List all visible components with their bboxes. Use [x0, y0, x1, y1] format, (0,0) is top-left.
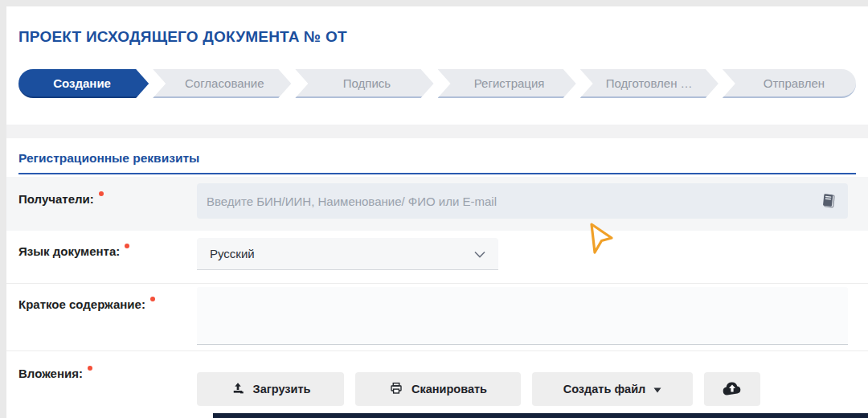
label-text: Вложения:: [18, 367, 83, 380]
section-divider-band: [6, 125, 868, 138]
printer-icon: [389, 381, 403, 398]
recipients-box: [197, 183, 848, 219]
step-label: Отправлен: [764, 76, 825, 90]
cloud-upload-icon: [722, 380, 743, 399]
required-dot: [99, 191, 104, 196]
attachments-row: Вложения: Загрузить: [6, 350, 868, 405]
label-text: Язык документа:: [18, 244, 120, 258]
language-label: Язык документа:: [6, 231, 197, 283]
required-dot: [125, 244, 129, 248]
step-label: Согласование: [185, 76, 264, 90]
upload-button[interactable]: Загрузить: [197, 372, 344, 406]
step-signature[interactable]: Подпись: [295, 69, 433, 98]
scan-button[interactable]: Сканировать: [355, 372, 521, 406]
step-label: Подготовлен к о…: [606, 76, 698, 90]
step-approval[interactable]: Согласование: [153, 69, 291, 98]
language-select[interactable]: Русский: [197, 238, 498, 270]
cloud-upload-button[interactable]: [704, 372, 760, 406]
scan-button-label: Сканировать: [411, 383, 487, 395]
step-label: Подпись: [343, 76, 391, 90]
summary-textarea[interactable]: [197, 287, 848, 345]
recipients-label: Получатели:: [6, 177, 197, 231]
step-creation[interactable]: Создание: [18, 69, 149, 98]
create-file-button[interactable]: Создать файл: [532, 372, 693, 406]
cutoff-toolbar-strip: [213, 413, 868, 418]
step-prepared[interactable]: Подготовлен к о…: [580, 69, 719, 98]
summary-field: [197, 284, 848, 350]
attachment-buttons: Загрузить Сканировать С: [197, 372, 848, 406]
attachments-label: Вложения:: [6, 351, 197, 405]
attachments-field: Загрузить Сканировать С: [197, 351, 848, 405]
required-dot: [88, 366, 92, 371]
upload-icon: [231, 381, 245, 398]
chevron-down-icon: [474, 247, 485, 260]
caret-down-icon: [653, 383, 661, 395]
upload-button-label: Загрузить: [253, 383, 311, 395]
step-label: Создание: [53, 76, 111, 90]
language-field: Русский: [197, 231, 848, 283]
step-label: Регистрация: [474, 76, 545, 90]
workflow-steps: Создание Согласование Подпись Регистраци…: [18, 69, 856, 98]
create-file-button-label: Создать файл: [563, 383, 646, 395]
address-book-icon: [820, 192, 837, 212]
page-title: ПРОЕКТ ИСХОДЯЩЕГО ДОКУМЕНТА № ОТ: [18, 28, 868, 46]
label-text: Краткое содержание:: [18, 297, 145, 311]
required-dot: [150, 297, 155, 301]
document-card: ПРОЕКТ ИСХОДЯЩЕГО ДОКУМЕНТА № ОТ Создани…: [6, 6, 868, 418]
summary-label: Краткое содержание:: [6, 284, 197, 350]
language-row: Язык документа: Русский: [6, 231, 868, 283]
section-rule: [18, 173, 856, 174]
step-sent[interactable]: Отправлен: [723, 69, 856, 98]
label-text: Получатели:: [18, 192, 94, 206]
step-registration[interactable]: Регистрация: [438, 69, 576, 98]
recipients-row: Получатели:: [6, 177, 868, 231]
recipients-input[interactable]: [197, 183, 848, 219]
recipients-field: [197, 177, 848, 231]
summary-row: Краткое содержание:: [6, 283, 868, 350]
section-title: Регистрационные реквизиты: [18, 151, 868, 166]
address-book-button[interactable]: [819, 192, 838, 211]
language-select-value: Русский: [210, 247, 255, 260]
registration-form: Получатели:: [6, 177, 868, 405]
